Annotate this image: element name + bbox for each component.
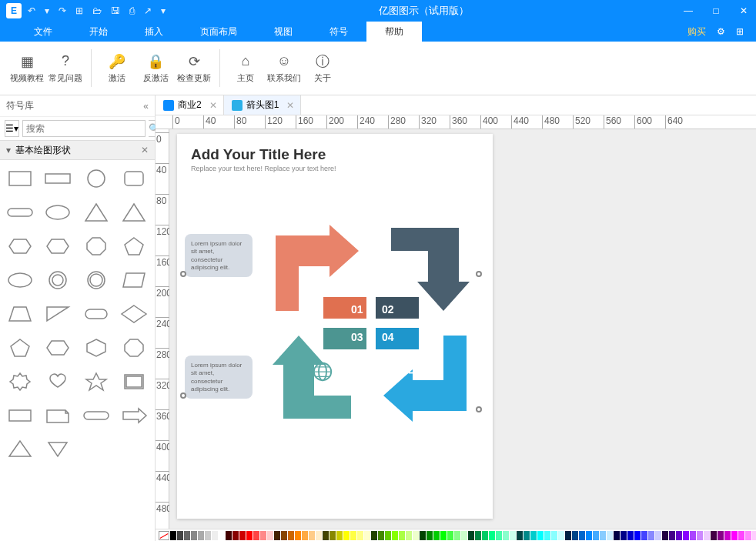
category-header[interactable]: ▾ 基本绘图形状 ✕ <box>0 140 155 160</box>
shape-item[interactable] <box>5 402 35 429</box>
page-subtitle[interactable]: Replace your text here! Replace your tex… <box>191 165 479 172</box>
color-swatch[interactable] <box>343 531 350 540</box>
color-swatch[interactable] <box>447 531 453 540</box>
color-swatch[interactable] <box>468 531 474 540</box>
color-swatch[interactable] <box>246 531 253 540</box>
no-fill-swatch[interactable] <box>159 531 169 540</box>
color-swatch[interactable] <box>614 531 620 540</box>
menu-tab-4[interactable]: 视图 <box>256 22 311 42</box>
color-swatch[interactable] <box>690 531 696 540</box>
color-swatch[interactable] <box>267 531 273 540</box>
shape-item[interactable] <box>42 266 73 294</box>
menu-tab-2[interactable]: 插入 <box>126 22 182 42</box>
color-swatch[interactable] <box>295 531 301 540</box>
shape-item[interactable] <box>5 436 35 463</box>
arrow-diagram[interactable]: Lorem ipsum dolor sit amet, consectetur … <box>191 188 479 449</box>
color-swatch[interactable] <box>489 531 495 540</box>
color-swatch[interactable] <box>316 531 322 540</box>
color-swatch[interactable] <box>475 531 481 540</box>
shape-item[interactable] <box>42 402 73 429</box>
shape-item[interactable] <box>81 199 112 226</box>
ribbon-btn-7[interactable]: ⌂主页 <box>228 46 263 90</box>
color-swatch[interactable] <box>641 531 647 540</box>
shape-item[interactable] <box>119 199 149 226</box>
shape-item[interactable] <box>5 165 35 192</box>
color-swatch[interactable] <box>586 531 592 540</box>
callout-box[interactable]: Lorem ipsum dolor sit amet, consectetur … <box>185 356 253 399</box>
color-swatch[interactable] <box>593 531 599 540</box>
ribbon-btn-1[interactable]: ?常见问题 <box>48 46 83 90</box>
color-swatch[interactable] <box>496 531 502 540</box>
shape-item[interactable] <box>119 402 149 429</box>
color-swatch[interactable] <box>551 531 557 540</box>
ribbon-btn-3[interactable]: 🔑激活 <box>99 46 135 90</box>
color-swatch[interactable] <box>752 531 756 540</box>
close-tab-icon[interactable]: ✕ <box>286 100 294 111</box>
canvas[interactable]: Add Your Title Here Replace your text he… <box>169 129 756 529</box>
connector-dot[interactable] <box>180 271 186 277</box>
open-button[interactable]: 🗁 <box>92 5 102 16</box>
shape-item[interactable] <box>119 266 149 294</box>
color-swatch[interactable] <box>413 531 419 540</box>
shape-item[interactable] <box>42 232 73 260</box>
dropdown-icon[interactable]: ▾ <box>161 5 166 16</box>
export-button[interactable]: ↗ <box>144 5 152 16</box>
shape-item[interactable] <box>119 165 149 192</box>
color-swatch[interactable] <box>634 531 641 540</box>
shape-item[interactable] <box>81 266 112 294</box>
color-swatch[interactable] <box>697 531 703 540</box>
color-swatch[interactable] <box>427 531 433 540</box>
connector-dot[interactable] <box>180 392 186 399</box>
close-tab-icon[interactable]: ✕ <box>209 100 217 111</box>
color-swatch[interactable] <box>461 531 467 540</box>
color-swatch[interactable] <box>239 531 246 540</box>
color-swatch[interactable] <box>364 531 370 540</box>
color-swatch[interactable] <box>309 531 315 540</box>
ribbon-btn-0[interactable]: ▦视频教程 <box>9 46 45 90</box>
color-swatch[interactable] <box>600 531 606 540</box>
color-swatch[interactable] <box>357 531 363 540</box>
shape-item[interactable] <box>81 368 112 396</box>
shape-item[interactable] <box>42 165 73 192</box>
color-swatch[interactable] <box>503 531 509 540</box>
color-swatch[interactable] <box>510 531 516 540</box>
connector-dot[interactable] <box>476 406 482 412</box>
color-swatch[interactable] <box>219 531 225 540</box>
color-swatch[interactable] <box>544 531 550 540</box>
collapse-left-icon[interactable]: « <box>143 101 149 112</box>
color-swatch[interactable] <box>385 531 391 540</box>
color-swatch[interactable] <box>648 531 654 540</box>
apps-icon[interactable]: ⊞ <box>736 26 744 37</box>
color-swatch[interactable] <box>399 531 405 540</box>
shape-item[interactable] <box>81 300 112 328</box>
color-swatch[interactable] <box>191 531 197 540</box>
shape-item[interactable] <box>119 334 149 362</box>
color-swatch[interactable] <box>607 531 613 540</box>
shape-item[interactable] <box>81 334 112 362</box>
buy-link[interactable]: 购买 <box>687 25 706 38</box>
color-swatch[interactable] <box>530 531 537 540</box>
new-button[interactable]: ⊞ <box>75 5 83 16</box>
shape-item[interactable] <box>5 300 35 328</box>
color-swatch[interactable] <box>420 531 426 540</box>
save-button[interactable]: 🖫 <box>111 5 120 16</box>
document-tab[interactable]: 商业2✕ <box>156 95 224 115</box>
shape-item[interactable] <box>42 334 73 362</box>
color-swatch[interactable] <box>433 531 440 540</box>
color-swatch[interactable] <box>579 531 585 540</box>
color-swatch[interactable] <box>205 531 211 540</box>
color-swatch[interactable] <box>724 531 731 540</box>
color-swatch[interactable] <box>378 531 384 540</box>
shape-item[interactable] <box>119 300 149 328</box>
color-swatch[interactable] <box>288 531 294 540</box>
color-swatch[interactable] <box>232 531 239 540</box>
color-swatch[interactable] <box>745 531 751 540</box>
shape-item[interactable] <box>5 232 35 260</box>
maximize-button[interactable]: □ <box>710 5 722 16</box>
color-swatch[interactable] <box>177 531 183 540</box>
color-swatch[interactable] <box>260 531 266 540</box>
ribbon-btn-9[interactable]: ⓘ关于 <box>305 46 340 90</box>
library-dropdown[interactable]: ☰▾ <box>5 120 19 137</box>
color-swatch[interactable] <box>565 531 571 540</box>
page[interactable]: Add Your Title Here Replace your text he… <box>177 134 493 519</box>
